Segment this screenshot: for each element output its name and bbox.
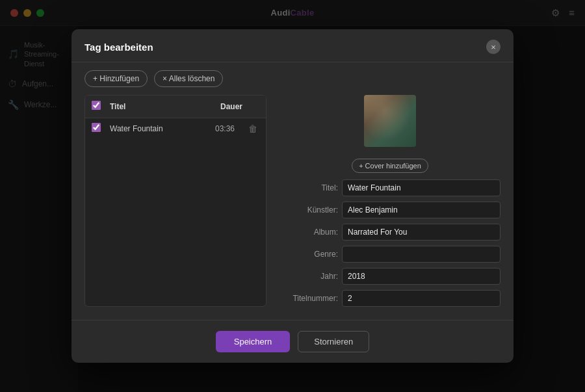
table-row: Water Fountain 03:36 🗑 [85,118,266,139]
meta-panel: + Cover hinzufügen Titel: Künstler: Albu… [280,95,500,307]
dialog-toolbar: + Hinzufügen × Alles löschen [72,62,514,95]
input-kuenstler[interactable] [342,202,500,218]
save-button[interactable]: Speichern [216,331,291,352]
track-list-header: Titel Dauer [85,96,266,118]
track-title: Water Fountain [110,124,215,133]
select-all-checkbox[interactable] [92,101,101,110]
clear-button[interactable]: × Alles löschen [154,70,223,87]
col-header-title: Titel [110,102,220,111]
album-art-container [364,95,416,147]
track-list-panel: Titel Dauer Water Fountain 03:36 🗑 [84,95,266,307]
input-jahr[interactable] [342,268,500,285]
label-kuenstler: Künstler: [280,205,338,215]
dialog: Tag bearbeiten × + Hinzufügen × Alles lö… [72,29,514,363]
input-album[interactable] [342,224,500,241]
dialog-title: Tag bearbeiten [84,42,153,53]
add-cover-button[interactable]: + Cover hinzufügen [352,159,428,173]
input-genre[interactable] [342,246,500,263]
add-button[interactable]: + Hinzufügen [84,70,148,87]
track-checkbox[interactable] [92,123,101,132]
label-genre: Genre: [280,250,338,259]
label-jahr: Jahr: [280,272,338,281]
dialog-footer: Speichern Stornieren [72,320,514,363]
col-header-duration: Dauer [220,102,259,111]
label-titelnummer: Titelnummer: [280,294,338,303]
track-duration: 03:36 [215,124,246,133]
delete-track-button[interactable]: 🗑 [246,124,259,134]
dialog-close-button[interactable]: × [486,40,500,54]
label-titel: Titel: [280,183,338,192]
album-art [364,95,416,147]
cancel-button[interactable]: Stornieren [298,331,369,352]
dialog-header: Tag bearbeiten × [72,29,514,62]
album-art-image [364,95,416,147]
modal-overlay: Tag bearbeiten × + Hinzufügen × Alles lö… [0,0,585,392]
label-album: Album: [280,228,338,237]
input-titelnummer[interactable] [342,290,500,307]
form-grid: Titel: Künstler: Album: Genre: Jahr: Tit… [280,179,500,307]
dialog-body: Titel Dauer Water Fountain 03:36 🗑 [72,95,514,320]
input-titel[interactable] [342,179,500,196]
